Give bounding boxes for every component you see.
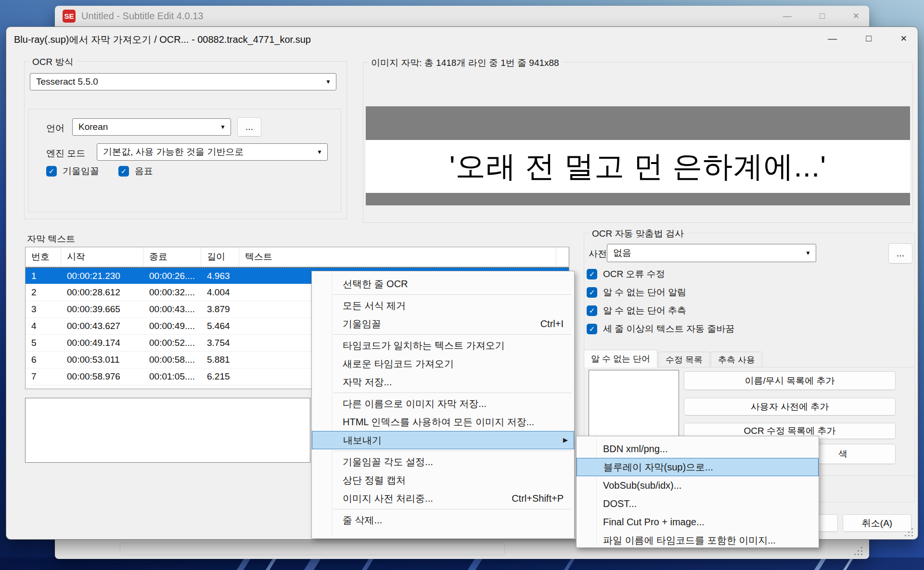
cell-duration: 5.464 <box>201 321 239 331</box>
spellcheck-group-label: OCR 자동 맞춤법 검사 <box>589 228 687 240</box>
column-header-end[interactable]: 종료 <box>143 247 201 266</box>
main-window-resize-grip[interactable] <box>852 546 862 555</box>
italic-checkbox-row[interactable]: ✓ 기울임꼴 <box>46 165 99 177</box>
menu-item-set-italic-angle[interactable]: 기울임꼴 각도 설정... <box>312 453 574 471</box>
menu-item-save-all-images-html[interactable]: HTML 인덱스를 사용하여 모든 이미지 저장... <box>312 413 574 431</box>
ocr-method-select[interactable]: Tesseract 5.5.0 ▼ <box>30 73 336 90</box>
context-menu: 선택한 줄 OCR 모든 서식 제거 기울임꼴Ctrl+I 타임코드가 일치하는… <box>311 271 575 539</box>
menu-item-import-text-matching-timecodes[interactable]: 타임코드가 일치하는 텍스트 가져오기 <box>312 336 574 355</box>
cell-start: 00:00:49.174 <box>61 338 143 348</box>
cell-start: 00:00:53.011 <box>61 355 143 365</box>
main-close-button[interactable]: ✕ <box>853 11 860 21</box>
menu-item-ocr-selected-lines[interactable]: 선택한 줄 OCR <box>312 275 574 293</box>
chevron-down-icon: ▼ <box>325 78 331 85</box>
ocr-text-editbox[interactable] <box>25 398 310 463</box>
menu-item-export[interactable]: 내보내기▶ <box>312 431 574 449</box>
prompt-unknown-words-checkbox[interactable]: ✓ <box>587 287 597 298</box>
guess-unknown-words-label: 알 수 없는 단어 추측 <box>603 304 686 317</box>
submenu-item-dost[interactable]: DOST... <box>577 494 819 513</box>
language-select[interactable]: Korean ▼ <box>72 118 231 136</box>
tab-unknown-words[interactable]: 알 수 없는 단어 <box>584 350 657 367</box>
cell-end: 00:00:52.... <box>143 338 201 348</box>
cell-duration: 6.215 <box>201 371 239 382</box>
cell-duration: 4.004 <box>201 287 239 298</box>
dialog-close-button[interactable]: ✕ <box>900 34 907 44</box>
italic-checkbox[interactable]: ✓ <box>46 166 57 177</box>
chevron-down-icon: ▼ <box>220 124 226 130</box>
cell-start: 00:00:28.612 <box>61 287 143 298</box>
music-notes-checkbox-row[interactable]: ✓ 음표 <box>118 165 153 177</box>
menu-item-save-image-as[interactable]: 다른 이름으로 이미지 자막 저장... <box>312 394 574 413</box>
table-header[interactable]: 번호 시작 종료 길이 텍스트 <box>26 247 569 267</box>
dialog-resize-grip[interactable] <box>902 528 913 536</box>
cell-start: 00:00:43.627 <box>61 321 143 331</box>
music-notes-label: 음표 <box>135 165 153 177</box>
music-notes-checkbox[interactable]: ✓ <box>118 166 129 177</box>
add-to-names-list-button[interactable]: 이름/무시 목록에 추가 <box>684 371 896 390</box>
image-subtitle-group-label: 이미지 자막: 총 1418개 라인 중 1번 줄 941x88 <box>368 57 562 69</box>
dialog-maximize-button[interactable]: □ <box>866 33 871 44</box>
fix-ocr-errors-checkbox[interactable]: ✓ <box>587 269 597 279</box>
column-header-spacer <box>556 247 569 266</box>
autowrap-checkbox-row[interactable]: ✓ 세 줄 이상의 텍스트 자동 줄바꿈 <box>587 323 734 335</box>
autowrap-label: 세 줄 이상의 텍스트 자동 줄바꿈 <box>603 323 734 335</box>
submenu-item-bluray-sup[interactable]: 블루레이 자막(sup)으로... <box>577 458 819 476</box>
prompt-unknown-words-checkbox-row[interactable]: ✓ 알 수 없는 단어 알림 <box>587 286 686 299</box>
menu-item-save-subtitle[interactable]: 자막 저장... <box>312 373 574 391</box>
column-header-number[interactable]: 번호 <box>26 247 61 266</box>
cell-start: 00:00:58.976 <box>61 371 143 382</box>
cell-end: 00:00:49.... <box>143 321 201 331</box>
cell-number: 5 <box>26 338 61 348</box>
engine-mode-select[interactable]: 기본값, 사용 가능한 것을 기반으로 ▼ <box>97 143 328 161</box>
submenu-item-images-with-timecode[interactable]: 파일 이름에 타임코드를 포함한 이미지... <box>577 531 819 549</box>
cancel-button[interactable]: 취소(A) <box>843 514 911 532</box>
tab-use-guesses[interactable]: 추측 사용 <box>711 352 762 367</box>
ocr-method-value: Tesseract 5.5.0 <box>36 76 98 87</box>
menu-item-delete-lines[interactable]: 줄 삭제... <box>312 511 574 529</box>
column-header-start[interactable]: 시작 <box>61 247 143 266</box>
submenu-item-final-cut-pro[interactable]: Final Cut Pro + image... <box>577 513 819 531</box>
dialog-minimize-button[interactable]: — <box>828 33 837 44</box>
menu-item-import-new-timecodes[interactable]: 새로운 타임코드 가져오기 <box>312 355 574 373</box>
cell-number: 1 <box>26 271 61 281</box>
guess-unknown-words-checkbox[interactable]: ✓ <box>587 305 597 316</box>
menu-item-capture-top-align[interactable]: 상단 정렬 캡처 <box>312 471 574 489</box>
spellcheck-tabs: 알 수 없는 단어 수정 목록 추측 사용 <box>584 350 763 367</box>
menu-item-italic[interactable]: 기울임꼴Ctrl+I <box>312 315 574 333</box>
language-browse-button[interactable]: ... <box>237 117 261 137</box>
shortcut-label: Ctrl+Shift+P <box>512 489 564 507</box>
tab-fix-list[interactable]: 수정 목록 <box>658 352 710 367</box>
chevron-down-icon: ▼ <box>805 250 811 256</box>
dictionary-select[interactable]: 없음 ▼ <box>607 244 816 262</box>
subtitle-edit-logo-icon: SE <box>63 10 76 23</box>
main-minimize-button[interactable]: — <box>783 11 792 21</box>
dialog-titlebar[interactable]: Blu-ray(.sup)에서 자막 가져오기 / OCR... - 00882… <box>6 27 918 50</box>
cell-end: 00:01:05.... <box>143 371 201 382</box>
menu-separator <box>333 451 571 451</box>
cell-start: 00:00:21.230 <box>61 271 143 281</box>
autowrap-checkbox[interactable]: ✓ <box>587 324 597 334</box>
submenu-item-bdn-xml-png[interactable]: BDN xml/png... <box>577 440 819 458</box>
add-to-user-dictionary-button[interactable]: 사용자 사전에 추가 <box>684 398 896 416</box>
column-header-duration[interactable]: 길이 <box>201 247 239 266</box>
subtitle-image: '오래 전 멀고 먼 은하계에...' <box>366 106 910 205</box>
fix-ocr-errors-label: OCR 오류 수정 <box>603 268 665 280</box>
dictionary-browse-button[interactable]: ... <box>888 243 912 264</box>
subtitle-image-band: '오래 전 멀고 먼 은하계에...' <box>366 140 910 193</box>
menu-separator <box>333 334 571 335</box>
cell-duration: 3.879 <box>201 304 239 315</box>
taskbar-strip <box>0 557 924 570</box>
menu-item-remove-formatting[interactable]: 모든 서식 제거 <box>312 296 574 315</box>
main-maximize-button[interactable]: □ <box>820 11 825 21</box>
fix-ocr-errors-checkbox-row[interactable]: ✓ OCR 오류 수정 <box>587 268 665 280</box>
dialog-title: Blu-ray(.sup)에서 자막 가져오기 / OCR... - 00882… <box>14 33 311 46</box>
submenu-item-vobsub[interactable]: VobSub(sub/idx)... <box>577 476 819 494</box>
subtitle-image-text: '오래 전 멀고 먼 은하계에...' <box>449 146 826 187</box>
menu-item-image-preprocessing[interactable]: 이미지 사전 처리중...Ctrl+Shift+P <box>312 489 574 507</box>
italic-label: 기울임꼴 <box>63 165 99 177</box>
cell-end: 00:00:32.... <box>143 287 201 298</box>
cell-end: 00:00:26.... <box>143 271 201 281</box>
guess-unknown-words-checkbox-row[interactable]: ✓ 알 수 없는 단어 추측 <box>587 304 686 317</box>
column-header-text[interactable]: 텍스트 <box>239 247 556 266</box>
main-window-titlebar[interactable]: SE Untitled - Subtitle Edit 4.0.13 — □ ✕ <box>55 6 869 26</box>
